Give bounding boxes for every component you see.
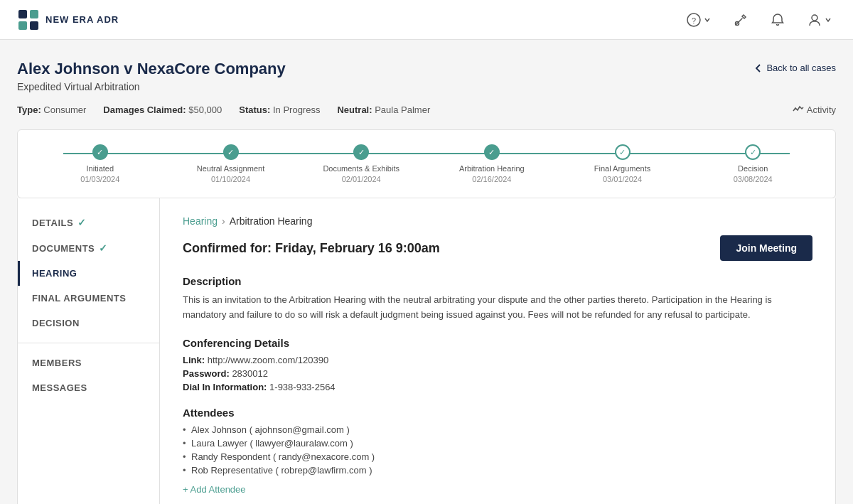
top-navigation: NEW ERA ADR ? bbox=[0, 0, 853, 40]
check-icon: ✓ bbox=[99, 242, 108, 254]
timeline-step-4: ✓ Final Arguments 03/01/2024 bbox=[557, 144, 688, 183]
dial-label: Dial In Information: bbox=[183, 382, 267, 392]
sidebar-label: HEARING bbox=[32, 268, 77, 279]
hearing-confirmed-label: Confirmed for: Friday, February 16 9:00a… bbox=[183, 241, 440, 256]
timeline-step-date: 01/03/2024 bbox=[80, 175, 119, 183]
attendee-item: Randy Respondent ( randy@nexacore.com ) bbox=[183, 451, 812, 462]
timeline: ✓ Initiated 01/03/2024 ✓ Neutral Assignm… bbox=[17, 129, 836, 198]
sidebar-label: FINAL ARGUMENTS bbox=[32, 293, 126, 304]
attendees-section: Attendees Alex Johnson ( ajohnson@gmail.… bbox=[183, 407, 812, 498]
case-neutral: Neutral: Paula Palmer bbox=[337, 104, 430, 115]
timeline-step-label: Arbitration Hearing bbox=[459, 164, 525, 173]
password-label: Password: bbox=[183, 368, 230, 379]
svg-rect-0 bbox=[18, 10, 27, 18]
conf-link-row: Link: http://www.zoom.com/120390 bbox=[183, 355, 812, 365]
sidebar-item-documents[interactable]: DOCUMENTS✓ bbox=[18, 235, 159, 261]
help-icon: ? bbox=[687, 13, 701, 27]
description-text: This is an invitation to the Arbitration… bbox=[183, 293, 812, 323]
logo: NEW ERA ADR bbox=[17, 9, 119, 31]
sidebar-item-final-arguments[interactable]: FINAL ARGUMENTS bbox=[18, 286, 159, 311]
hearing-header: Confirmed for: Friday, February 16 9:00a… bbox=[183, 235, 812, 261]
sidebar-label: DETAILS bbox=[32, 218, 73, 228]
timeline-circle: ✓ bbox=[615, 144, 631, 160]
conf-dial-row: Dial In Information: 1-938-933-2564 bbox=[183, 382, 812, 392]
add-attendee-button[interactable]: + Add Attendee bbox=[183, 481, 246, 498]
link-value: http://www.zoom.com/120390 bbox=[208, 355, 329, 365]
conferencing-title: Conferencing Details bbox=[183, 337, 812, 349]
user-icon bbox=[808, 13, 822, 27]
case-title: Alex Johnson v NexaCore Company bbox=[17, 60, 286, 78]
dial-value: 1-938-933-2564 bbox=[269, 382, 336, 392]
timeline-step-date: 03/08/2024 bbox=[734, 175, 773, 183]
sidebar-label: MEMBERS bbox=[32, 358, 82, 368]
sidebar-item-decision[interactable]: DECISION bbox=[18, 311, 159, 336]
svg-point-7 bbox=[812, 15, 817, 21]
timeline-step-3: ✓ Arbitration Hearing 02/16/2024 bbox=[426, 144, 557, 183]
sidebar-label: DECISION bbox=[32, 318, 80, 328]
logo-text: NEW ERA ADR bbox=[45, 14, 119, 25]
timeline-steps: ✓ Initiated 01/03/2024 ✓ Neutral Assignm… bbox=[35, 144, 818, 183]
attendee-item: Laura Lawyer ( llawyer@lauralaw.com ) bbox=[183, 438, 812, 449]
content-layout: DETAILS✓DOCUMENTS✓HEARINGFINAL ARGUMENTS… bbox=[17, 198, 836, 504]
sidebar-label: MESSAGES bbox=[32, 382, 87, 393]
timeline-circle: ✓ bbox=[745, 144, 761, 160]
sidebar-item-hearing[interactable]: HEARING bbox=[18, 261, 159, 286]
attendee-item: Rob Representative ( robrep@lawfirm.com … bbox=[183, 465, 812, 476]
sidebar-navigation: DETAILS✓DOCUMENTS✓HEARINGFINAL ARGUMENTS… bbox=[18, 198, 160, 504]
timeline-step-label: Initiated bbox=[87, 164, 114, 173]
timeline-circle: ✓ bbox=[484, 144, 500, 160]
nav-actions: ? bbox=[682, 10, 836, 30]
svg-text:?: ? bbox=[692, 16, 696, 24]
back-to-cases-link[interactable]: Back to all cases bbox=[753, 63, 836, 73]
activity-button[interactable]: Activity bbox=[793, 104, 836, 115]
case-type: Type: Consumer bbox=[17, 104, 86, 115]
sidebar-item-details[interactable]: DETAILS✓ bbox=[18, 210, 159, 235]
description-section: Description This is an invitation to the… bbox=[183, 275, 812, 323]
password-value: 2830012 bbox=[232, 368, 268, 379]
profile-button[interactable] bbox=[803, 10, 836, 30]
case-damages: Damages Claimed: $50,000 bbox=[103, 104, 222, 115]
tools-icon bbox=[734, 13, 748, 27]
timeline-step-date: 02/16/2024 bbox=[472, 175, 511, 183]
breadcrumb-parent[interactable]: Hearing bbox=[183, 215, 218, 227]
timeline-step-label: Decision bbox=[738, 164, 768, 173]
help-button[interactable]: ? bbox=[682, 10, 715, 30]
timeline-step-5: ✓ Decision 03/08/2024 bbox=[687, 144, 818, 183]
chevron-left-icon bbox=[753, 63, 763, 73]
conferencing-section: Conferencing Details Link: http://www.zo… bbox=[183, 337, 812, 392]
svg-rect-2 bbox=[18, 21, 27, 30]
case-subtitle: Expedited Virtual Arbitration bbox=[17, 81, 286, 92]
conf-password-row: Password: 2830012 bbox=[183, 368, 812, 379]
logo-icon bbox=[17, 9, 40, 31]
activity-icon bbox=[793, 104, 804, 115]
svg-rect-1 bbox=[30, 10, 38, 18]
timeline-step-label: Neutral Assignment bbox=[197, 164, 264, 173]
attendees-title: Attendees bbox=[183, 407, 812, 419]
bell-icon bbox=[771, 13, 785, 27]
sidebar-item-members[interactable]: MEMBERS bbox=[18, 350, 159, 375]
case-meta: Type: Consumer Damages Claimed: $50,000 … bbox=[17, 104, 836, 115]
main-panel: Hearing › Arbitration Hearing Confirmed … bbox=[160, 198, 835, 504]
timeline-circle: ✓ bbox=[92, 144, 108, 160]
timeline-step-0: ✓ Initiated 01/03/2024 bbox=[35, 144, 166, 183]
timeline-step-date: 03/01/2024 bbox=[603, 175, 642, 183]
join-meeting-button[interactable]: Join Meeting bbox=[720, 235, 812, 261]
timeline-step-label: Documents & Exhibits bbox=[323, 164, 399, 173]
timeline-circle: ✓ bbox=[353, 144, 369, 160]
case-status: Status: In Progress bbox=[239, 104, 320, 115]
notifications-button[interactable] bbox=[766, 10, 789, 30]
attendees-list: Alex Johnson ( ajohnson@gmail.com )Laura… bbox=[183, 424, 812, 476]
sidebar-item-messages[interactable]: MESSAGES bbox=[18, 375, 159, 400]
chevron-down-icon bbox=[704, 16, 711, 23]
tools-button[interactable] bbox=[729, 10, 752, 30]
case-header: Alex Johnson v NexaCore Company Expedite… bbox=[17, 60, 836, 92]
sidebar-label: DOCUMENTS bbox=[32, 243, 95, 254]
chevron-down-icon bbox=[825, 16, 832, 23]
timeline-step-2: ✓ Documents & Exhibits 02/01/2024 bbox=[296, 144, 426, 183]
timeline-step-date: 01/10/2024 bbox=[211, 175, 250, 183]
link-label: Link: bbox=[183, 355, 205, 365]
timeline-circle: ✓ bbox=[223, 144, 239, 160]
check-icon: ✓ bbox=[77, 217, 87, 228]
attendee-item: Alex Johnson ( ajohnson@gmail.com ) bbox=[183, 424, 812, 435]
svg-rect-3 bbox=[30, 21, 38, 30]
